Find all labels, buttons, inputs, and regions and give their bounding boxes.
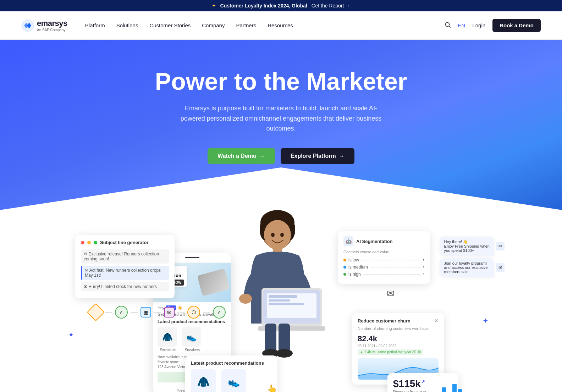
mobile-indicator [185,257,199,258]
dot-red [81,241,84,244]
mobile-products: 🧥 Sweatshirt 👟 Sneakers [158,327,227,352]
dot-yellow [87,241,91,244]
automation-flow: ✓ ▦ ✉ ⬡ ✓ [89,306,226,319]
seg-row-medium: is medium › [343,265,424,270]
bar-4 [452,384,457,392]
flow-connector-4 [177,312,184,313]
chat-bubble-2: Join our loyalty program!and access our … [440,258,494,277]
svg-point-7 [271,233,275,237]
seg-line-2 [370,267,421,267]
hero-title: Power to the Marketer [21,68,541,95]
sparkle-icon-1: ✦ [68,331,74,339]
subject-line-3[interactable]: ✉ Hurry! Limited stock for new runners [81,282,169,291]
svg-point-6 [264,220,291,250]
recs-title: Latest product recommendations [158,319,227,324]
nav-right: EN Login Book a Demo [445,19,541,32]
churn-header: Reduce customer churn ✕ [358,318,439,324]
header: emarsys An SAP Company Platform Solution… [0,11,562,40]
seg-dot-high [343,273,346,276]
churn-date: 05.11.2021 - 02.02.2022 [358,344,439,348]
search-icon [445,22,451,28]
svg-point-22 [276,349,293,358]
mobile-product-1: 🧥 Sweatshirt [158,327,179,352]
rec-product-1: 🧥 Sweatshirt [191,369,216,392]
center-person [228,203,334,380]
nav-customer-stories[interactable]: Customer Stories [149,22,191,28]
subject-card-header: Subject line generator [81,240,169,245]
rec-thumb-1: 🧥 [191,369,216,392]
subject-card-title: Subject line generator [100,240,149,245]
seg-row-high: is high › [343,272,424,277]
email-icon-1: ✉ [496,242,505,250]
chat-bubbles: Hey there! 👋Enjoy Free Shipping whenyou … [440,237,494,277]
flow-node-end: ✓ [213,306,226,319]
flow-connector-5 [203,312,210,313]
svg-rect-15 [269,295,297,298]
dot-green [94,241,97,244]
banner-text: Customer Loyalty Index 2024, Global [220,3,307,9]
seg-line-1 [361,260,421,260]
get-report-link[interactable]: Get the Report → [312,3,351,9]
seg-row-low: is low › [343,258,424,263]
nav-platform[interactable]: Platform [85,22,105,28]
flow-connector-3 [154,312,161,313]
person-illustration [228,203,327,366]
churn-subtitle: Number of churning customers won back [358,326,439,331]
shoe-image [197,269,230,297]
seg-dot-med [343,266,346,269]
hero-subtitle: Emarsys is purpose built for marketers t… [175,103,387,134]
bar-chart-icon [436,384,462,392]
subject-line-2[interactable]: ✉ Act fast! New runners collection drops… [81,266,169,280]
logo[interactable]: emarsys An SAP Company [21,19,67,32]
nav-solutions[interactable]: Solutions [116,22,138,28]
nav-partners[interactable]: Partners [236,22,256,28]
ai-segmentation-card: 🤖 AI Segmentation Contacts whose cart va… [338,231,430,284]
product-name-1: Sweatshirt [158,348,179,352]
flow-node-blue: ▦ [140,307,151,318]
flow-connector-1 [105,312,112,313]
svg-point-10 [239,294,252,304]
watch-demo-button[interactable]: Watch a Demo → [208,148,275,164]
svg-rect-20 [279,324,290,352]
nav-company[interactable]: Company [202,22,225,28]
hero-section: Power to the Marketer Emarsys is purpose… [0,40,562,210]
mail-icon: ✉ [387,288,395,299]
rec-product-2: 👟 Sneakers [221,369,246,392]
email-icon-2: ✉ [496,263,505,272]
ai-seg-header: 🤖 AI Segmentation [343,236,424,246]
mobile-product-2: 👟 Sneakers [182,327,203,352]
subject-line-1[interactable]: ✉ Exclusive release! Runners collection … [81,249,169,264]
top-banner: ✦ Customer Loyalty Index 2024, Global Ge… [0,0,562,11]
star-icon: ✦ [212,3,216,9]
rec-thumb-2: 👟 [221,369,246,392]
login-button[interactable]: Login [472,22,485,28]
showcase-section: Subject line generator ✉ Exclusive relea… [0,210,562,392]
seg-dot-low [343,259,346,261]
book-demo-button[interactable]: Book a Demo [492,19,541,32]
svg-point-1 [445,23,449,27]
flow-node-orange: ⬡ [187,306,200,319]
churn-title: Reduce customer churn [358,318,411,324]
product-recs-card: Latest product recommendations 🧥 Sweatsh… [185,355,277,392]
language-selector[interactable]: EN [458,22,465,28]
churn-close-button[interactable]: ✕ [434,318,439,324]
recs-card-title: Latest product recommendations [191,360,272,366]
explore-platform-button[interactable]: Explore Platform → [281,148,354,164]
ai-seg-icon: 🤖 [343,236,353,246]
chat-bubble-1: Hey there! 👋Enjoy Free Shipping whenyou … [440,237,494,255]
svg-point-8 [280,233,284,237]
churn-stat: 82.4k [358,334,439,343]
churn-badge: ▲ 2.4k vs. same period last year 80.1k [358,349,423,355]
sparkle-icon-2: ✦ [483,316,489,325]
bar-2 [442,387,446,392]
cursor-icon: 👆 [267,384,277,392]
flow-connector-2 [131,312,138,313]
subject-line-card: Subject line generator ✉ Exclusive relea… [75,235,175,298]
product-thumb-1: 🧥 [158,327,177,347]
nav-resources[interactable]: Resources [268,22,293,28]
ai-seg-subtitle: Contacts whose cart value... [343,250,424,254]
search-button[interactable] [445,22,451,29]
revenue-superscript: ↗ [421,379,425,385]
flow-node-msg: ✉ [164,307,175,318]
hero-buttons: Watch a Demo → Explore Platform → [21,148,541,164]
